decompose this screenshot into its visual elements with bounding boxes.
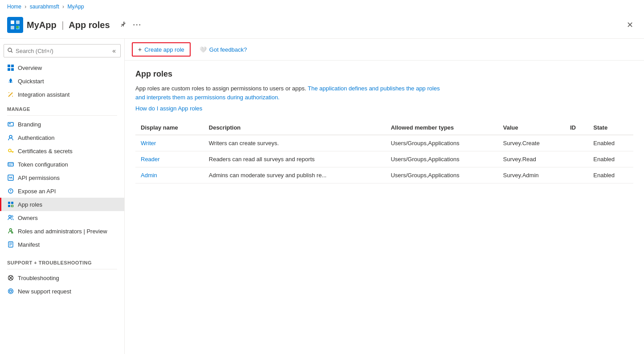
trouble-icon <box>7 274 14 281</box>
svg-rect-35 <box>8 205 10 207</box>
sidebar-item-manifest-label: Manifest <box>18 241 40 248</box>
content-description: App roles are custom roles to assign per… <box>135 84 447 102</box>
search-box[interactable]: « <box>4 44 121 57</box>
table-row: Admin Admins can moderate survey and pub… <box>135 167 633 183</box>
search-input[interactable] <box>16 48 109 54</box>
svg-rect-9 <box>8 68 10 71</box>
breadcrumb: Home › saurabhmsft › MyApp <box>0 0 644 13</box>
sidebar-item-branding-label: Branding <box>18 121 41 128</box>
sidebar-item-app-roles[interactable]: App roles <box>0 198 124 211</box>
svg-rect-22 <box>8 163 13 166</box>
svg-point-39 <box>11 216 13 217</box>
cell-display-name: Writer <box>135 135 204 151</box>
sidebar: « Overview Quickstart Integration assist… <box>0 39 125 354</box>
collapse-sidebar-button[interactable]: « <box>111 46 117 55</box>
sidebar-item-token-label: Token configuration <box>18 161 68 168</box>
branding-icon <box>7 121 14 128</box>
sidebar-item-support[interactable]: New support request <box>0 285 124 298</box>
sidebar-item-owners[interactable]: Owners <box>0 211 124 224</box>
help-link[interactable]: How do I assign App roles <box>135 105 202 112</box>
token-icon <box>7 161 14 168</box>
svg-point-14 <box>12 96 13 97</box>
sidebar-item-quickstart[interactable]: Quickstart <box>0 74 124 88</box>
svg-point-5 <box>8 48 12 52</box>
sidebar-item-expose-api[interactable]: Expose an API <box>0 184 124 198</box>
close-button[interactable]: ✕ <box>623 18 637 32</box>
sidebar-item-support-label: New support request <box>18 288 71 295</box>
cell-allowed-member-types: Users/Groups,Applications <box>385 151 497 167</box>
sidebar-item-branding[interactable]: Branding <box>0 118 124 131</box>
sidebar-item-authentication[interactable]: Authentication <box>0 131 124 144</box>
owners-icon <box>7 214 14 221</box>
svg-line-49 <box>9 290 10 291</box>
cell-id <box>565 167 588 183</box>
sidebar-item-roles-admin[interactable]: Roles and administrators | Preview <box>0 224 124 238</box>
sidebar-item-manifest[interactable]: Manifest <box>0 238 124 251</box>
svg-point-4 <box>16 26 19 28</box>
sidebar-item-certs[interactable]: Certificates & secrets <box>0 144 124 158</box>
svg-line-50 <box>12 290 12 291</box>
sidebar-item-quickstart-label: Quickstart <box>18 78 44 85</box>
svg-line-6 <box>11 51 12 53</box>
feedback-button[interactable]: 🤍 Got feedback? <box>194 44 253 56</box>
table-row: Writer Writers can create surveys. Users… <box>135 135 633 151</box>
cell-state: Enabled <box>588 167 633 183</box>
svg-point-18 <box>8 149 11 152</box>
cell-state: Enabled <box>588 135 633 151</box>
col-display-name: Display name <box>135 121 204 135</box>
svg-rect-10 <box>11 68 14 71</box>
heart-icon: 🤍 <box>200 46 207 53</box>
desc-part1: App roles are custom roles to assign per… <box>135 85 308 92</box>
sidebar-item-overview-label: Overview <box>18 65 42 71</box>
sidebar-item-overview[interactable]: Overview <box>0 61 124 74</box>
content-body: App roles App roles are custom roles to … <box>125 61 644 192</box>
svg-rect-24 <box>9 165 10 165</box>
cell-description: Readers can read all surveys and reports <box>204 151 386 167</box>
sidebar-item-roles-admin-label: Roles and administrators | Preview <box>18 228 107 235</box>
content-area: + Create app role 🤍 Got feedback? App ro… <box>125 39 644 354</box>
sidebar-item-api-permissions-label: API permissions <box>18 175 60 181</box>
breadcrumb-app[interactable]: MyApp <box>67 4 84 10</box>
svg-point-13 <box>8 92 9 93</box>
sidebar-item-api-permissions[interactable]: API permissions <box>0 171 124 184</box>
cell-allowed-member-types: Users/Groups,Applications <box>385 167 497 183</box>
sidebar-item-troubleshooting[interactable]: Troubleshooting <box>0 271 124 285</box>
cell-description: Writers can create surveys. <box>204 135 386 151</box>
svg-rect-33 <box>8 202 10 204</box>
more-options-button[interactable]: ··· <box>131 19 143 31</box>
expose-icon <box>7 187 14 195</box>
svg-point-32 <box>10 191 11 192</box>
rocket-icon <box>7 77 14 85</box>
svg-line-28 <box>11 177 12 179</box>
cell-allowed-member-types: Users/Groups,Applications <box>385 135 497 151</box>
svg-line-51 <box>9 292 10 293</box>
sidebar-item-authentication-label: Authentication <box>18 134 54 141</box>
sidebar-item-integration-label: Integration assistant <box>18 91 69 98</box>
svg-point-37 <box>12 205 13 207</box>
svg-point-48 <box>10 290 12 293</box>
table-row: Reader Readers can read all surveys and … <box>135 151 633 167</box>
cell-value: Survey.Admin <box>498 167 565 183</box>
breadcrumb-home[interactable]: Home <box>7 4 21 10</box>
plus-icon: + <box>138 46 142 53</box>
approles-icon <box>7 201 14 208</box>
page-name: App roles <box>69 20 110 30</box>
support-section-label: Support + Troubleshooting <box>0 255 124 267</box>
cell-description: Admins can moderate survey and publish r… <box>204 167 386 183</box>
sidebar-item-token[interactable]: Token configuration <box>0 158 124 171</box>
pin-button[interactable] <box>117 19 128 31</box>
role-link[interactable]: Writer <box>141 140 156 146</box>
breadcrumb-user[interactable]: saurabhmsft <box>30 4 59 10</box>
role-link[interactable]: Reader <box>141 156 160 163</box>
cell-id <box>565 151 588 167</box>
grid-icon <box>7 64 14 71</box>
create-app-role-button[interactable]: + Create app role <box>132 42 191 57</box>
svg-rect-1 <box>16 20 20 24</box>
svg-rect-7 <box>8 65 10 67</box>
svg-line-12 <box>8 93 12 97</box>
app-name: MyApp <box>27 20 57 30</box>
svg-point-47 <box>8 289 13 294</box>
sidebar-item-integration[interactable]: Integration assistant <box>0 88 124 101</box>
role-link[interactable]: Admin <box>141 172 157 179</box>
manage-section-label: Manage <box>0 101 124 114</box>
